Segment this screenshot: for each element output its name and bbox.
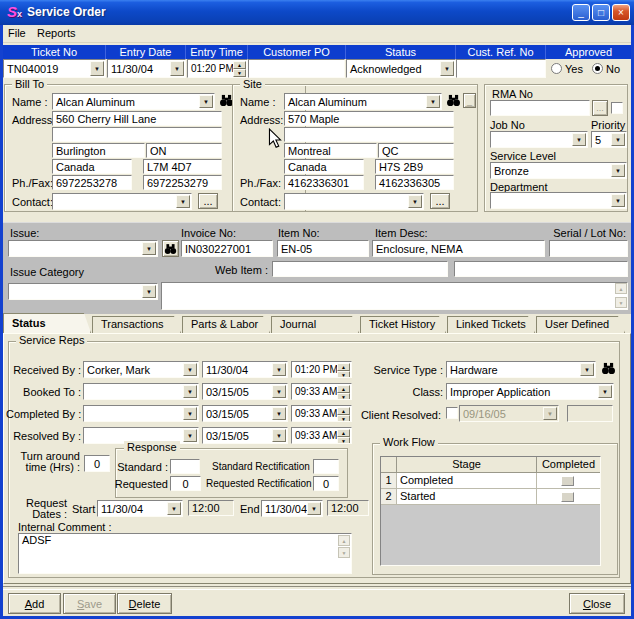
completed-time-spinner[interactable]: 09:33 AM▲▼ xyxy=(291,405,352,422)
dropdown-arrow-icon[interactable]: ▼ xyxy=(580,363,594,376)
tab-parts-labor[interactable]: Parts & Labor xyxy=(182,316,270,333)
bill-address1-input[interactable]: 560 Cherry Hill Lane xyxy=(52,111,222,126)
scroll-up-icon[interactable]: ▲ xyxy=(615,283,627,294)
booked-time-spinner[interactable]: 09:33 AM▲▼ xyxy=(291,383,352,400)
dropdown-arrow-icon[interactable]: ▼ xyxy=(90,61,104,76)
resolved-time-spinner[interactable]: 09:33 AM▲▼ xyxy=(291,427,352,444)
tab-ticket-history[interactable]: Ticket History xyxy=(360,316,446,333)
received-by-combobox[interactable]: Corker, Mark▼ xyxy=(83,361,199,378)
requested-rectification-input[interactable]: 0 xyxy=(313,476,339,491)
class-combobox[interactable]: Improper Application▼ xyxy=(446,383,614,400)
internal-comment-textarea[interactable]: ADSF xyxy=(18,533,352,574)
service-level-combobox[interactable]: Bronze ▼ xyxy=(490,162,627,179)
item-no-input[interactable]: EN-05 xyxy=(277,240,369,257)
requested-input[interactable]: 0 xyxy=(170,476,201,491)
dropdown-arrow-icon[interactable]: ▼ xyxy=(183,385,197,398)
dropdown-arrow-icon[interactable]: ▼ xyxy=(307,502,321,515)
serial-lot-input[interactable] xyxy=(549,240,628,257)
dropdown-arrow-icon[interactable]: ▼ xyxy=(272,363,286,376)
site-contact-combobox[interactable]: ▼ xyxy=(284,193,424,210)
invoice-no-input[interactable]: IN030227001 xyxy=(181,240,273,257)
wf-completed-checkbox[interactable] xyxy=(561,476,574,486)
site-find-icon[interactable] xyxy=(446,94,461,107)
add-button[interactable]: Add xyxy=(8,593,61,614)
tab-linked-tickets[interactable]: Linked Tickets xyxy=(447,316,535,333)
rma-no-input[interactable] xyxy=(490,100,590,116)
site-city-input[interactable]: Montreal xyxy=(284,143,377,158)
dropdown-arrow-icon[interactable]: ▼ xyxy=(440,61,454,76)
dropdown-arrow-icon[interactable]: ▼ xyxy=(272,385,286,398)
dropdown-arrow-icon[interactable]: ▼ xyxy=(572,133,586,146)
approved-yes-radio[interactable] xyxy=(551,63,562,74)
department-combobox[interactable]: ▼ xyxy=(490,192,627,209)
bill-province-input[interactable]: ON xyxy=(146,143,222,158)
completed-by-combobox[interactable]: ▼ xyxy=(83,405,199,422)
site-postal-input[interactable]: H7S 2B9 xyxy=(375,159,454,174)
booked-to-combobox[interactable]: ▼ xyxy=(83,383,199,400)
approved-no-radio[interactable] xyxy=(592,63,603,74)
bill-fax-input[interactable]: 6972253279 xyxy=(143,175,222,190)
bill-postal-input[interactable]: L7M 4D7 xyxy=(143,159,222,174)
web-item-input-1[interactable] xyxy=(272,261,448,277)
spin-up-icon[interactable]: ▲ xyxy=(337,429,350,437)
bill-address2-input[interactable] xyxy=(52,127,222,142)
web-item-input-2[interactable] xyxy=(454,261,628,277)
status-combobox[interactable]: Acknowledged ▼ xyxy=(346,59,456,78)
minimize-button[interactable]: _ xyxy=(572,4,590,21)
received-time-spinner[interactable]: 01:20 PM▲▼ xyxy=(291,361,352,378)
spin-up-icon[interactable]: ▲ xyxy=(233,61,246,69)
dropdown-arrow-icon[interactable]: ▼ xyxy=(142,285,156,298)
ticket-no-combobox[interactable]: TN040019 ▼ xyxy=(3,59,106,78)
entry-date-combobox[interactable]: 11/30/04 ▼ xyxy=(107,59,186,78)
wf-completed-checkbox[interactable] xyxy=(561,492,574,502)
service-type-find-icon[interactable] xyxy=(601,362,616,375)
wf-stage-cell[interactable]: Completed xyxy=(397,473,537,489)
delete-button[interactable]: Delete xyxy=(117,593,172,614)
dropdown-arrow-icon[interactable]: ▼ xyxy=(272,429,286,442)
resolved-date-combobox[interactable]: 03/15/05▼ xyxy=(202,427,288,444)
title-bar[interactable]: Sx Service Order _ □ × xyxy=(0,0,634,25)
customer-po-input[interactable] xyxy=(248,59,345,78)
scroll-down-icon[interactable]: ▼ xyxy=(338,547,350,558)
menu-reports[interactable]: Reports xyxy=(37,27,76,39)
bill-city-input[interactable]: Burlington xyxy=(52,143,145,158)
spin-down-icon[interactable]: ▼ xyxy=(337,371,350,378)
maximize-button[interactable]: □ xyxy=(592,4,610,21)
cust-ref-no-input[interactable] xyxy=(456,59,546,78)
menu-file[interactable]: File xyxy=(8,27,26,39)
site-fax-input[interactable]: 4162336305 xyxy=(375,175,454,190)
scroll-up-icon[interactable]: ▲ xyxy=(338,535,350,546)
site-extra-button[interactable]: _ xyxy=(463,93,476,108)
job-no-combobox[interactable]: ▼ xyxy=(490,131,588,148)
dropdown-arrow-icon[interactable]: ▼ xyxy=(611,164,625,177)
site-address1-input[interactable]: 570 Maple xyxy=(284,111,454,126)
close-button-footer[interactable]: Close xyxy=(569,593,625,614)
dropdown-arrow-icon[interactable]: ▼ xyxy=(183,407,197,420)
completed-date-combobox[interactable]: 03/15/05▼ xyxy=(202,405,288,422)
standard-rectification-input[interactable] xyxy=(313,459,339,474)
dropdown-arrow-icon[interactable]: ▼ xyxy=(272,407,286,420)
tab-status[interactable]: Status xyxy=(3,313,91,333)
bill-country-input[interactable]: Canada xyxy=(52,159,132,174)
client-resolved-checkbox[interactable] xyxy=(446,407,458,419)
site-province-input[interactable]: QC xyxy=(378,143,454,158)
scroll-down-icon[interactable]: ▼ xyxy=(615,297,627,308)
bill-name-combobox[interactable]: Alcan Aluminum ▼ xyxy=(52,93,215,110)
turnaround-input[interactable]: 0 xyxy=(84,455,110,472)
end-date-combobox[interactable]: 11/30/04▼ xyxy=(261,500,323,517)
dropdown-arrow-icon[interactable]: ▼ xyxy=(408,195,422,208)
bill-contact-combobox[interactable]: ▼ xyxy=(52,193,192,210)
bill-contact-browse-button[interactable]: ... xyxy=(198,193,218,209)
site-phone-input[interactable]: 4162336301 xyxy=(284,175,364,190)
standard-input[interactable] xyxy=(170,459,200,474)
dropdown-arrow-icon[interactable]: ▼ xyxy=(142,242,156,255)
dropdown-arrow-icon[interactable]: ▼ xyxy=(199,95,213,108)
wf-stage-cell[interactable]: Started xyxy=(397,489,537,505)
rma-browse-button[interactable]: ... xyxy=(592,100,608,116)
priority-combobox[interactable]: 5 ▼ xyxy=(591,131,627,148)
item-desc-input[interactable]: Enclosure, NEMA xyxy=(372,240,545,257)
site-name-combobox[interactable]: Alcan Aluminum ▼ xyxy=(284,93,442,110)
tab-transactions[interactable]: Transactions xyxy=(92,316,181,333)
spin-down-icon[interactable]: ▼ xyxy=(233,69,246,77)
booked-date-combobox[interactable]: 03/15/05▼ xyxy=(202,383,288,400)
